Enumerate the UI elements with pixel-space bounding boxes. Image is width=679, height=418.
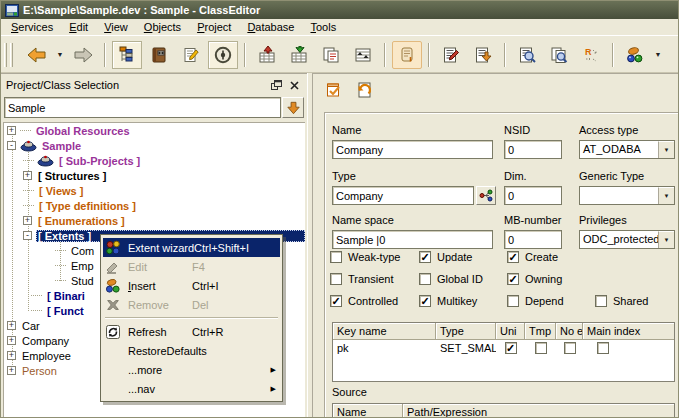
type-lookup-button[interactable] [476, 186, 496, 205]
tree-item-enumerations[interactable]: + [ Enumerations ] [4, 213, 305, 228]
project-icon [37, 154, 54, 167]
mb-number-field[interactable] [504, 230, 562, 249]
menu-database[interactable]: Database [239, 20, 302, 34]
tree-item-sub-projects[interactable]: [ Sub-Projects ] [4, 153, 305, 168]
class-filter-input[interactable] [4, 97, 281, 118]
nsid-field[interactable] [504, 140, 562, 159]
controlled-checkbox[interactable]: ✓ [330, 295, 342, 307]
expand-icon[interactable]: + [23, 216, 32, 225]
class-tree-button[interactable] [112, 41, 142, 69]
menu-item-remove[interactable]: Remove Del [103, 295, 280, 314]
expand-icon[interactable]: + [7, 321, 16, 330]
edit-document-button[interactable] [176, 41, 206, 69]
combo-dropdown-icon[interactable]: ▼ [658, 187, 674, 204]
owning-checkbox[interactable]: ✓ [507, 273, 519, 285]
import-table-button[interactable] [252, 41, 282, 69]
objects-button[interactable] [620, 41, 650, 69]
script-info-button[interactable] [392, 41, 422, 69]
menu-item-restore-defaults[interactable]: RestoreDefaults [103, 341, 280, 360]
reorganize-button[interactable]: R [576, 41, 606, 69]
tree-item-sample[interactable]: - Sample [4, 138, 305, 153]
expand-icon[interactable]: + [7, 351, 16, 360]
access-type-select[interactable]: AT_ODABA ▼ [579, 140, 675, 159]
name-field[interactable] [332, 140, 493, 159]
combo-dropdown-icon[interactable]: ▼ [658, 141, 674, 158]
column-header[interactable]: Type [436, 323, 496, 340]
weak-type-checkbox[interactable] [330, 251, 342, 263]
toolbar-grip[interactable] [4, 43, 7, 67]
column-header[interactable]: Tmp [525, 323, 556, 340]
back-button[interactable] [22, 41, 52, 69]
copy-table-button[interactable] [316, 41, 346, 69]
expand-icon[interactable]: + [7, 366, 16, 375]
depend-checkbox[interactable] [507, 295, 519, 307]
close-panel-button[interactable] [286, 78, 302, 93]
menu-item-edit[interactable]: Edit F4 [103, 257, 280, 276]
tree-item-structures[interactable]: + [ Structures ] [4, 168, 305, 183]
no-e-checkbox[interactable] [564, 342, 576, 354]
uni-checkbox[interactable]: ✓ [505, 342, 517, 354]
update-checkbox[interactable]: ✓ [419, 251, 431, 263]
collapse-icon[interactable]: - [23, 231, 32, 240]
menu-item-refresh[interactable]: Refresh Ctrl+R [103, 322, 280, 341]
tmp-checkbox[interactable] [535, 342, 547, 354]
create-checkbox[interactable]: ✓ [507, 251, 519, 263]
application-window: E:\Sample\Sample.dev : Sample - ClassEdi… [0, 0, 679, 418]
panel-header: Project/Class Selection [1, 74, 307, 96]
forward-button[interactable] [68, 41, 98, 69]
multikey-checkbox[interactable]: ✓ [419, 295, 431, 307]
collapse-icon[interactable]: - [7, 141, 16, 150]
generic-type-select[interactable]: ▼ [579, 186, 675, 205]
menu-view[interactable]: View [96, 20, 136, 34]
combo-dropdown-icon[interactable]: ▼ [658, 231, 674, 248]
name-space-field[interactable] [332, 230, 493, 249]
save-report-button[interactable] [468, 41, 498, 69]
key-table-row[interactable]: pk SET_SMAL ✓ [333, 340, 674, 356]
float-panel-button[interactable] [268, 78, 284, 93]
column-header[interactable]: Path/Expression [403, 404, 674, 418]
menu-item-extent-wizard[interactable]: Extent wizard Ctrl+Shift+I [103, 238, 280, 257]
toolbar-grip[interactable] [10, 43, 13, 67]
search-documents-button[interactable] [544, 41, 574, 69]
recent-objects-button[interactable] [208, 41, 238, 69]
tree-item-views[interactable]: [ Views ] [4, 183, 305, 198]
global-id-checkbox[interactable] [419, 273, 431, 285]
tree-item-type-definitions[interactable]: [ Type definitions ] [4, 198, 305, 213]
edit-report-button[interactable] [436, 41, 466, 69]
apply-changes-button[interactable] [321, 78, 347, 102]
menu-services[interactable]: Services [3, 20, 61, 34]
menu-tools[interactable]: Tools [302, 20, 344, 34]
objects-dropdown[interactable]: ▼ [651, 41, 665, 69]
tree-item-global-resources[interactable]: + Global Resources [4, 123, 305, 138]
shared-checkbox[interactable] [595, 295, 607, 307]
main-index-checkbox[interactable] [597, 342, 609, 354]
dim-field[interactable] [504, 186, 562, 205]
type-field[interactable] [332, 186, 474, 205]
menu-item-more[interactable]: ...more ▶ [103, 360, 280, 379]
source-table[interactable]: Name Path/Expression [332, 403, 675, 418]
expand-icon[interactable]: + [23, 171, 32, 180]
filter-go-button[interactable] [282, 97, 304, 118]
menu-project[interactable]: Project [189, 20, 239, 34]
catalog-button[interactable] [144, 41, 174, 69]
key-table[interactable]: Key name Type Uni Tmp No e Main index pk… [332, 322, 675, 382]
column-header[interactable]: Name [333, 404, 403, 418]
expand-icon[interactable]: + [7, 336, 16, 345]
column-header[interactable]: Uni [496, 323, 525, 340]
menu-item-nav[interactable]: ...nav ▶ [103, 379, 280, 398]
title-bar[interactable]: E:\Sample\Sample.dev : Sample - ClassEdi… [1, 1, 678, 19]
menu-objects[interactable]: Objects [136, 20, 189, 34]
column-header[interactable]: Main index [583, 323, 674, 340]
preview-document-button[interactable] [512, 41, 542, 69]
privileges-select[interactable]: ODC_protected ▼ [579, 230, 675, 249]
menu-edit[interactable]: Edit [61, 20, 96, 34]
export-table-button[interactable] [284, 41, 314, 69]
revert-button[interactable] [351, 78, 377, 102]
expand-icon[interactable]: + [7, 126, 16, 135]
back-history-dropdown[interactable]: ▼ [53, 41, 67, 69]
column-header[interactable]: No e [556, 323, 583, 340]
insert-rows-button[interactable] [348, 41, 378, 69]
column-header[interactable]: Key name [333, 323, 436, 340]
menu-item-insert[interactable]: Insert Ctrl+I [103, 276, 280, 295]
transient-checkbox[interactable] [330, 273, 342, 285]
